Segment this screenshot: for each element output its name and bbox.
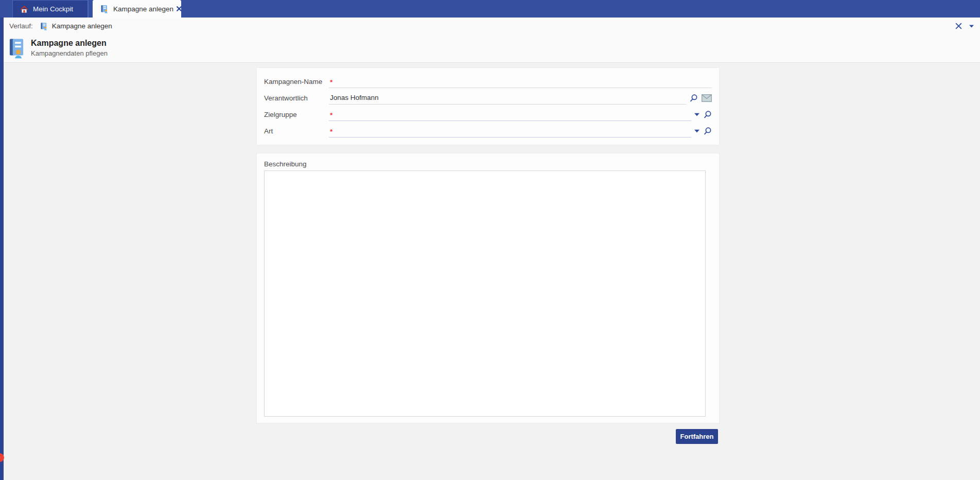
required-marker: *	[330, 77, 332, 86]
kampagnen-name-input[interactable]: *	[329, 72, 712, 88]
page-header-area: Verlauf: Kampagne anlegen	[0, 18, 980, 63]
required-marker: *	[330, 110, 332, 119]
page-title: Kampagne anlegen	[31, 38, 108, 48]
notification-badge[interactable]	[0, 453, 4, 462]
tab-mein-cockpit[interactable]: Mein Cockpit	[12, 0, 89, 18]
field-row-zielgruppe: Zielgruppe *	[264, 105, 712, 121]
close-icon[interactable]	[954, 22, 963, 30]
email-icon[interactable]	[702, 94, 712, 102]
beschreibung-textarea[interactable]	[264, 170, 706, 417]
field-label: Verantwortlich	[264, 88, 329, 105]
chevron-down-icon[interactable]	[968, 24, 975, 29]
dropdown-icon[interactable]	[694, 129, 699, 133]
field-label: Art	[264, 121, 329, 138]
campaign-icon	[8, 37, 25, 59]
page-subtitle: Kampagnendaten pflegen	[31, 49, 108, 57]
campaign-fields-card: Kampagnen-Name * Verantwortlich Jonas Ho…	[256, 67, 720, 145]
field-value: Jonas Hofmann	[330, 94, 379, 101]
home-icon	[20, 5, 28, 13]
field-row-verantwortlich: Verantwortlich Jonas Hofmann	[264, 88, 712, 105]
field-label: Zielgruppe	[264, 105, 329, 121]
search-icon[interactable]	[703, 110, 712, 119]
history-entry-kampagne-anlegen[interactable]: Kampagne anlegen	[40, 22, 112, 30]
page-title-block: Kampagne anlegen Kampagnendaten pflegen	[8, 37, 108, 59]
dropdown-icon[interactable]	[694, 113, 699, 116]
field-row-kampagnen-name: Kampagnen-Name *	[264, 72, 712, 88]
campaign-icon	[40, 22, 48, 30]
collapsed-sidebar-strip[interactable]	[0, 18, 4, 480]
field-label: Kampagnen-Name	[264, 72, 329, 88]
fortfahren-button[interactable]: Fortfahren	[676, 429, 718, 444]
tab-label: Kampagne anlegen	[113, 5, 173, 13]
history-entry-label: Kampagne anlegen	[52, 22, 112, 30]
tab-label: Mein Cockpit	[33, 5, 73, 13]
verantwortlich-input[interactable]: Jonas Hofmann	[329, 88, 686, 105]
search-icon[interactable]	[703, 127, 712, 135]
art-select[interactable]: *	[329, 121, 691, 138]
close-icon[interactable]	[177, 5, 182, 13]
field-row-art: Art *	[264, 121, 712, 138]
search-icon[interactable]	[689, 94, 698, 102]
zielgruppe-select[interactable]: *	[329, 105, 691, 121]
description-card: Beschreibung	[256, 153, 720, 423]
history-label: Verlauf:	[9, 22, 33, 30]
window-tab-bar: Mein Cockpit Kampagne anlegen	[0, 0, 980, 18]
campaign-icon	[100, 5, 109, 13]
required-marker: *	[330, 126, 332, 135]
tab-kampagne-anlegen[interactable]: Kampagne anlegen	[93, 0, 181, 18]
description-label: Beschreibung	[264, 158, 712, 170]
history-bar: Verlauf: Kampagne anlegen	[0, 18, 980, 35]
